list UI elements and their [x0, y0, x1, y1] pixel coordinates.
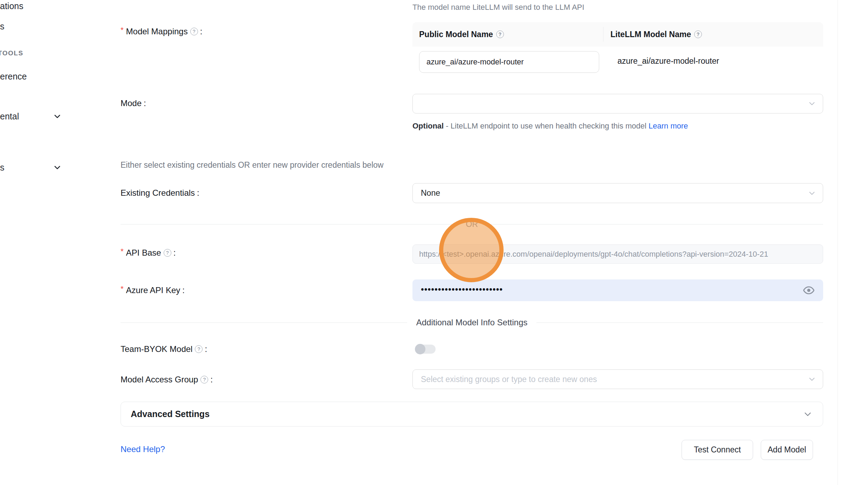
- public-model-name-header: Public Model Name ?: [412, 30, 603, 39]
- existing-credentials-select[interactable]: None: [412, 183, 823, 203]
- help-icon[interactable]: ?: [694, 30, 702, 38]
- field-label-text: API Base: [126, 247, 161, 259]
- model-mappings-table-header: Public Model Name ? LiteLLM Model Name ?: [412, 22, 823, 47]
- existing-credentials-label: Existing Credentials :: [121, 187, 199, 199]
- chevron-down-icon: [807, 99, 816, 108]
- header-text: LiteLLM Model Name: [610, 30, 691, 39]
- required-marker: *: [121, 285, 124, 292]
- required-marker: *: [121, 27, 124, 34]
- header-text: Public Model Name: [419, 30, 493, 39]
- team-byok-label: Team-BYOK Model ? :: [121, 343, 207, 355]
- add-model-page: ations s TOOLS erence ental s The model …: [0, 0, 868, 485]
- sidebar-section-tools: TOOLS: [0, 49, 23, 57]
- chevron-down-icon: [53, 112, 62, 121]
- team-byok-toggle[interactable]: [415, 345, 436, 354]
- sidebar-item-1[interactable]: s: [0, 21, 5, 32]
- mode-helper-text: Optional - LiteLLM endpoint to use when …: [412, 119, 703, 133]
- help-icon[interactable]: ?: [164, 249, 171, 257]
- field-label-text: Existing Credentials: [121, 187, 195, 199]
- test-connect-button[interactable]: Test Connect: [682, 440, 753, 460]
- litellm-model-name-value: azure_ai/azure-model-router: [617, 56, 719, 66]
- label-colon: :: [173, 247, 176, 259]
- toggle-knob: [415, 344, 425, 354]
- azure-api-key-label: * Azure API Key :: [121, 284, 185, 297]
- divider-line: [121, 224, 458, 224]
- field-label-text: Model Mappings: [126, 25, 188, 38]
- optional-bold: Optional: [412, 122, 444, 130]
- helper-text: - LiteLLM endpoint to use when health ch…: [444, 122, 649, 130]
- chevron-down-icon: [802, 409, 813, 420]
- label-colon: :: [200, 25, 203, 38]
- label-colon: :: [182, 284, 185, 297]
- sidebar-item-organizations[interactable]: ations: [0, 1, 23, 11]
- divider-line: [536, 323, 823, 323]
- required-marker: *: [121, 248, 124, 255]
- existing-credentials-value: None: [421, 188, 440, 198]
- sidebar-item-experimental[interactable]: ental: [0, 111, 19, 122]
- chevron-down-icon: [53, 163, 62, 172]
- field-label-text: Azure API Key: [126, 284, 180, 297]
- model-access-group-placeholder: Select existing groups or type to create…: [421, 375, 597, 384]
- sidebar-item-settings[interactable]: s: [0, 162, 5, 173]
- need-help-link[interactable]: Need Help?: [121, 444, 165, 454]
- mode-select[interactable]: [412, 94, 823, 113]
- chevron-down-icon: [807, 375, 816, 384]
- model-mappings-label: * Model Mappings ? :: [121, 25, 202, 38]
- add-model-button[interactable]: Add Model: [761, 440, 813, 460]
- additional-info-divider-text: Additional Model Info Settings: [416, 318, 528, 327]
- model-access-group-label: Model Access Group ? :: [121, 373, 213, 386]
- label-colon: :: [205, 343, 207, 355]
- divider-line: [486, 224, 823, 224]
- sidebar: ations s TOOLS erence ental s: [0, 0, 105, 485]
- field-label-text: Team-BYOK Model: [121, 343, 192, 355]
- label-colon: :: [144, 97, 146, 110]
- learn-more-link[interactable]: Learn more: [649, 122, 688, 130]
- divider-line: [121, 323, 407, 323]
- additional-info-divider: Additional Model Info Settings: [121, 316, 823, 329]
- model-mappings-table-body: azure_ai/azure-model-router azure_ai/azu…: [412, 47, 823, 86]
- mode-label: Mode :: [121, 97, 146, 110]
- masked-api-key: ••••••••••••••••••••••••: [421, 284, 503, 295]
- eye-icon[interactable]: [803, 284, 815, 296]
- help-icon[interactable]: ?: [190, 28, 198, 35]
- field-label-text: Model Access Group: [121, 373, 198, 386]
- field-label-text: Mode: [121, 97, 142, 110]
- credentials-note: Either select existing credentials OR en…: [121, 160, 383, 170]
- help-icon[interactable]: ?: [195, 345, 203, 353]
- label-colon: :: [210, 373, 213, 386]
- sidebar-item-reference[interactable]: erence: [0, 71, 27, 82]
- label-colon: :: [197, 187, 199, 199]
- public-model-name-input[interactable]: azure_ai/azure-model-router: [419, 51, 599, 73]
- api-base-label: * API Base ? :: [121, 247, 176, 259]
- model-mappings-table: Public Model Name ? LiteLLM Model Name ?…: [412, 22, 823, 86]
- chevron-down-icon: [807, 189, 816, 198]
- litellm-model-name-helper: The model name LiteLLM will send to the …: [412, 3, 584, 12]
- advanced-settings-panel[interactable]: Advanced Settings: [121, 402, 823, 427]
- help-icon[interactable]: ?: [200, 376, 208, 383]
- model-access-group-select[interactable]: Select existing groups or type to create…: [412, 369, 823, 389]
- click-indicator: [439, 218, 504, 282]
- help-icon[interactable]: ?: [496, 30, 504, 38]
- advanced-settings-label: Advanced Settings: [131, 409, 210, 419]
- litellm-model-name-header: LiteLLM Model Name ?: [603, 30, 823, 39]
- azure-api-key-input[interactable]: ••••••••••••••••••••••••: [412, 279, 823, 301]
